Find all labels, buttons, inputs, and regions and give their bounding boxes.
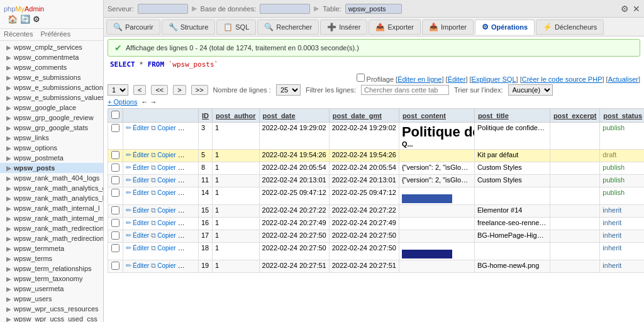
create-php-link[interactable]: Créer le code source PHP [522,75,602,83]
row-checkbox[interactable] [111,244,119,252]
exit-icon[interactable]: ✕ [633,4,640,14]
row-checkbox[interactable] [111,231,119,240]
delete-btn[interactable]: 🚫 Supprimer [178,206,199,214]
copy-btn[interactable]: ⧉ Copier [151,164,175,172]
sidebar-item[interactable]: ▶wpsw_wpr_ucss_resources [0,304,103,314]
row-checkbox[interactable] [111,206,119,214]
delete-btn[interactable]: 🚫 Supprimer [178,189,199,197]
sort-select[interactable]: Aucun(e) [508,84,553,96]
sidebar-item[interactable]: ▶wpsw_grp_google_review [0,113,103,123]
sidebar-item[interactable]: ▶wpsw_rank_math_internal_m [0,213,103,223]
tab-structure[interactable]: 🔧Structure [162,19,216,35]
sidebar-item[interactable]: ▶wpsw_postmeta [0,153,103,163]
sidebar-item[interactable]: ▶wpsw_posts [0,163,103,173]
prev-prev-btn[interactable]: < [133,85,146,95]
sidebar-item[interactable]: ▶wpsw_term_taxonomy [0,274,103,284]
sidebar-item[interactable]: ▶wpsw_users [0,294,103,304]
tab-exporter[interactable]: 📤Exporter [369,19,421,35]
edit-btn[interactable]: ✏ Éditer [126,164,149,172]
delete-btn[interactable]: 🚫 Supprimer [178,244,199,252]
sidebar-item[interactable]: ▶wpsw_e_submissions_values [0,92,103,103]
delete-btn[interactable]: 🚫 Supprimer [178,231,199,240]
edit-btn[interactable]: ✏ Éditer [126,244,149,252]
sidebar-item[interactable]: ▶wpsw_e_submissions [0,72,103,82]
sidebar-item[interactable]: ▶wpsw_cmplz_services [0,42,103,52]
tab-sql[interactable]: 📋SQL [216,19,256,35]
sidebar-item[interactable]: ▶wpsw_termmeta [0,243,103,253]
copy-btn[interactable]: ⧉ Copier [151,206,175,214]
settings-icon[interactable]: ⚙ [33,14,40,24]
edit-btn[interactable]: ✏ Éditer [126,189,149,197]
edit-btn[interactable]: ✏ Éditer [126,124,149,132]
profilage-checkbox[interactable] [357,74,365,82]
nav-recentes[interactable]: Récentes [4,30,33,38]
sidebar-item[interactable]: ▶wpsw_rank_math_404_logs [0,173,103,183]
delete-btn[interactable]: 🚫 Supprimer [178,124,199,132]
copy-btn[interactable]: ⧉ Copier [151,151,175,159]
delete-btn[interactable]: 🚫 Supprimer [178,219,199,227]
sidebar-item[interactable]: ▶wpsw_comments [0,62,103,72]
delete-btn[interactable]: 🚫 Supprimer [178,262,199,270]
copy-btn[interactable]: ⧉ Copier [151,231,175,240]
explain-sql-link[interactable]: Expliquer SQL [472,75,516,83]
row-checkbox[interactable] [111,124,119,132]
edit-btn[interactable]: ✏ Éditer [126,206,149,214]
refresh-link[interactable]: Actualiser [608,75,638,83]
home-icon[interactable]: 🏠 [8,14,18,24]
page-select[interactable]: 1 [108,84,128,96]
select-all-checkbox[interactable] [111,111,119,119]
sidebar-item[interactable]: ▶wpsw_usermeta [0,284,103,294]
sidebar-item[interactable]: ▶wpsw_terms [0,253,103,264]
tab-rechercher[interactable]: 🔍Rechercher [257,19,319,35]
sidebar-item[interactable]: ▶wpsw_links [0,133,103,143]
nav-preferees[interactable]: Préférées [40,30,70,38]
copy-btn[interactable]: ⧉ Copier [151,244,175,252]
row-checkbox[interactable] [111,176,119,184]
row-checkbox[interactable] [111,189,119,197]
filter-input[interactable] [361,85,449,95]
copy-btn[interactable]: ⧉ Copier [151,189,175,197]
edit-btn[interactable]: ✏ Éditer [126,262,149,270]
row-checkbox[interactable] [111,164,119,172]
copy-btn[interactable]: ⧉ Copier [151,262,175,270]
delete-btn[interactable]: 🚫 Supprimer [178,164,199,172]
sidebar-item[interactable]: ▶wpsw_rank_math_analytics_k [0,193,103,203]
delete-btn[interactable]: 🚫 Supprimer [178,176,199,184]
row-checkbox[interactable] [111,151,119,159]
db-input[interactable] [260,4,310,14]
copy-btn[interactable]: ⧉ Copier [151,219,175,227]
sidebar-item[interactable]: ▶wpsw_rank_math_redirections [0,223,103,233]
sidebar-item[interactable]: ▶wpsw_term_relationships [0,264,103,274]
refresh-icon[interactable]: 🔄 [20,14,30,24]
sidebar-item[interactable]: ▶wpsw_e_submissions_actions [0,82,103,92]
sidebar-item[interactable]: ▶wpsw_google_place [0,103,103,113]
prev-btn[interactable]: << [151,85,168,95]
sidebar-item[interactable]: ▶wpsw_grp_google_stats [0,123,103,133]
tab-opérations[interactable]: ⚙Opérations [475,19,535,35]
sidebar-item[interactable]: ▶wpsw_rank_math_redirection [0,233,103,243]
sidebar-item[interactable]: ▶wpsw_options [0,143,103,153]
sidebar-item[interactable]: ▶wpsw_wpr_ucss_used_css [0,314,103,322]
rows-select[interactable]: 25 [276,84,301,96]
sidebar-item[interactable]: ▶wpsw_rank_math_analytics_g [0,183,103,193]
row-checkbox[interactable] [111,219,119,227]
tab-déclencheurs[interactable]: ⚡Déclencheurs [536,19,604,35]
copy-btn[interactable]: ⧉ Copier [151,176,175,184]
edit-btn[interactable]: ✏ Éditer [126,231,149,240]
next-btn[interactable]: > [173,85,186,95]
tab-importer[interactable]: 📥Importer [422,19,474,35]
sidebar-item[interactable]: ▶wpsw_rank_math_internal_l [0,203,103,213]
serveur-input[interactable] [138,4,188,14]
tab-insérer[interactable]: ➕Insérer [320,19,367,35]
delete-btn[interactable]: 🚫 Supprimer [178,151,199,159]
edit-btn[interactable]: ✏ Éditer [126,151,149,159]
edit-inline-link[interactable]: Éditer en ligne [397,75,441,83]
sidebar-item[interactable]: ▶wpsw_commentmeta [0,52,103,62]
next-next-btn[interactable]: >> [191,85,208,95]
options-link[interactable]: + Options [108,98,137,106]
copy-btn[interactable]: ⧉ Copier [151,124,175,132]
tab-parcourir[interactable]: 🔍Parcourir [106,19,160,35]
table-input[interactable] [345,4,402,14]
edit-btn[interactable]: ✏ Éditer [126,219,149,227]
row-checkbox[interactable] [111,262,119,270]
